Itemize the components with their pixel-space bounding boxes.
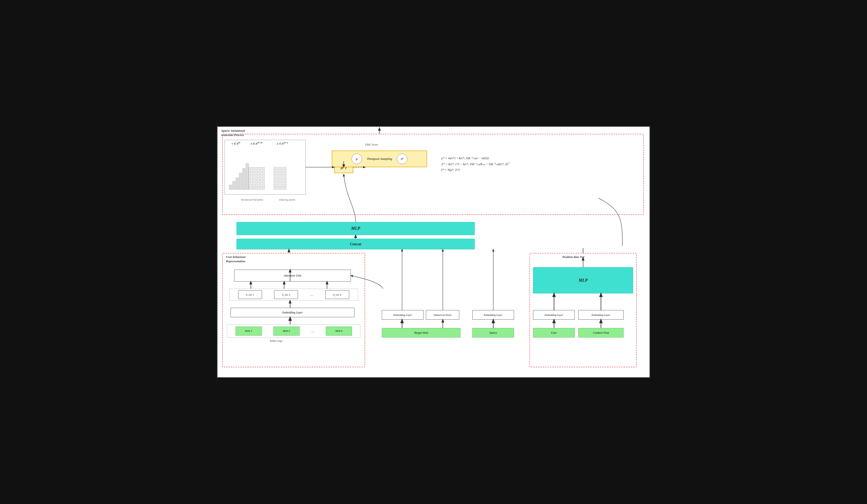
- mu-circle: μ: [352, 154, 362, 164]
- thompson-sampling-box: μ Thompson Sampling σ²: [332, 151, 427, 167]
- s-grid: [249, 167, 265, 190]
- z-grid: [274, 167, 287, 190]
- hvec-container: h_vec 1 h_vec 2 ... h_vec n: [229, 289, 358, 301]
- position-bias-label: Position-bias Net: [563, 255, 584, 259]
- behav-seqs-label: behav seqs: [270, 339, 282, 343]
- var-diagram: V ∈ RM S ∈ RM×M Z ∈ RM×d: [225, 140, 306, 195]
- embed-layer-query: Embedding Layer: [472, 310, 514, 320]
- ts-label: Thompson Sampling: [367, 157, 392, 161]
- attention-unit: Attention Unit: [234, 270, 351, 281]
- user-behaviour-label: User behaviour Representation: [226, 255, 246, 264]
- main-canvas: Sparse Variational Gaussian Process V ∈ …: [217, 126, 650, 378]
- formula2: Σ* = k(x*, x*) − k(x*, Z)K⁻¹ᵤᵤ(Kᵤᵤ − S)K…: [441, 161, 509, 167]
- sigma-circle: σ²: [397, 154, 407, 164]
- mlp-bar-main: MLP: [236, 222, 475, 235]
- item2: item 2: [274, 326, 300, 336]
- numerical-norm-box: Numerical Norm: [426, 310, 459, 320]
- ee-score-label: E&E Score: [365, 143, 378, 147]
- context-feat-green: Context Feat: [578, 328, 623, 337]
- embed-layer-context: Embedding Layer: [578, 310, 623, 320]
- item-dots: ...: [311, 329, 314, 333]
- svgp-label: Sparse Variational Gaussian Process: [221, 129, 245, 137]
- itemn: item n: [326, 326, 352, 336]
- item-container: item 1 item 2 ... item n: [227, 324, 360, 337]
- query-green: Query: [472, 328, 514, 337]
- embed-layer-behav: Embedding Layer: [231, 308, 354, 317]
- hvec1: h_vec 1: [238, 290, 262, 299]
- formula1: μ* = m(x*) + k(x*, Z)K⁻¹ᵤᵤ(v − m(Z)): [441, 155, 509, 161]
- z-label: Z ∈ RM×d: [277, 141, 288, 145]
- s-label: S ∈ RM×M: [250, 141, 262, 145]
- mlp-bar-right: MLP: [533, 267, 633, 293]
- concat-bar: Concat: [236, 239, 475, 249]
- hvec-dots: ...: [310, 292, 313, 297]
- v-label: V ∈ RM: [232, 141, 240, 145]
- item1: item 1: [236, 326, 262, 336]
- target-item-green: Target Item: [382, 328, 460, 337]
- embed-layer-user: Embedding Layer: [533, 310, 575, 320]
- hvecn: h_vec n: [325, 290, 349, 299]
- hvec2: h_vec 2: [274, 290, 298, 299]
- formula-area: μ* = m(x*) + k(x*, Z)K⁻¹ᵤᵤ(v − m(Z)) Σ* …: [441, 155, 509, 173]
- embed-layer-target: Embedding Layer: [382, 310, 424, 320]
- var-variables-title: Variational Variables: [231, 198, 274, 201]
- inducing-title: inducing points: [270, 198, 304, 201]
- user-green: User: [533, 328, 575, 337]
- formula3: f* = N(μ*, Σ*): [441, 167, 509, 173]
- v-bars: [229, 163, 249, 190]
